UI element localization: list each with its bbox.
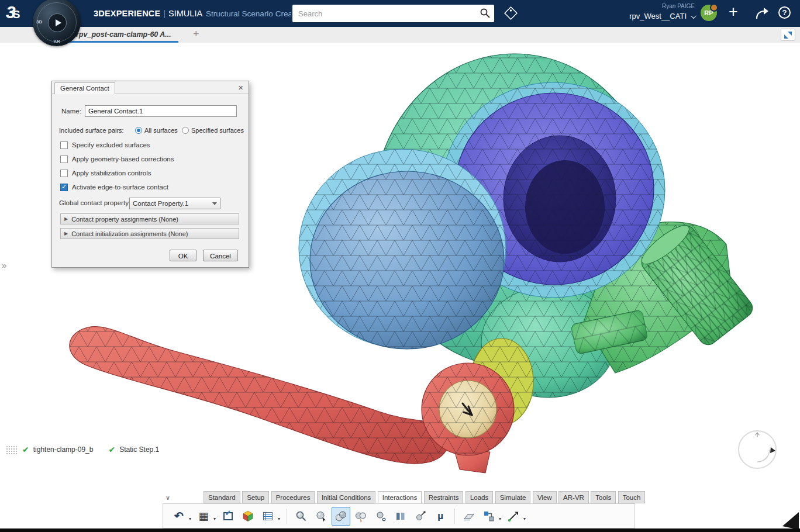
status-item-step[interactable]: Static Step.1 [119, 445, 159, 454]
dialog-titlebar[interactable]: General Contact × [52, 81, 249, 94]
transform-arrow-button[interactable] [504, 507, 523, 526]
view-compass[interactable] [738, 430, 777, 469]
panel-expander-icon[interactable]: » [2, 260, 6, 270]
new-tab-button[interactable]: + [193, 28, 199, 40]
tab-simulate[interactable]: Simulate [495, 491, 531, 503]
user-menu[interactable]: Ryan PAIGE rpv_West__CATI [629, 3, 695, 20]
tab-view[interactable]: View [533, 491, 557, 503]
model-check-button[interactable]: ✓ [219, 507, 237, 526]
expander-arrow-icon: ▶ [64, 216, 68, 222]
document-tab[interactable]: rpv_post-cam-clamp-60 A... [69, 27, 178, 43]
tab-procedures[interactable]: Procedures [271, 491, 315, 503]
add-content-button[interactable]: + [729, 3, 738, 21]
section-plane-button[interactable] [460, 507, 478, 526]
general-contact-dialog: General Contact × Name: Included surface… [51, 81, 249, 268]
contact-property-assignments-expander[interactable]: ▶ Contact property assignments (None) [60, 213, 239, 224]
radio-all-label: All surfaces [144, 127, 178, 134]
brand-3dexperience: 3DEXPERIENCE [94, 9, 160, 18]
user-name: Ryan PAIGE [629, 3, 695, 9]
split-panels-icon [394, 510, 407, 523]
table-icon [261, 510, 274, 523]
compass-vr-label: V.R [53, 39, 60, 43]
tab-setup[interactable]: Setup [242, 491, 269, 503]
tab-touch[interactable]: Touch [618, 491, 646, 503]
checkbox-label-2: Apply stabilization controls [72, 170, 151, 177]
friction-button[interactable]: µ [431, 507, 450, 526]
magnifier-sphere-icon [295, 510, 308, 523]
contact-spheres-icon [335, 510, 347, 523]
dialog-checkbox-1[interactable] [60, 156, 68, 163]
zoom-select-button[interactable] [292, 507, 311, 526]
scenario-status-row: ✔ tighten-clamp-09_b ✔ Static Step.1 [6, 445, 159, 454]
global-search [292, 5, 494, 22]
3d-viewport[interactable]: » General Contact × Name: Included surfa… [0, 43, 800, 489]
contact-pair-button[interactable] [351, 507, 370, 526]
expander-2-label: Contact initialization assignments (None… [71, 230, 188, 237]
combo-caret-icon [212, 202, 217, 205]
3ds-logo-icon[interactable]: 3S [6, 2, 20, 22]
toolbar-separator [454, 509, 455, 524]
scenario-table-button[interactable] [258, 507, 277, 526]
dropdown-caret-icon[interactable]: ▾ [189, 516, 191, 521]
search-icon[interactable] [480, 8, 491, 21]
bottom-edge-bar [0, 528, 800, 532]
tab-ar-vr[interactable]: AR-VR [558, 491, 589, 503]
collapse-window-button[interactable] [781, 29, 795, 41]
help-icon[interactable]: ? [778, 6, 791, 19]
brand-context: Structural Scenario Crea... [206, 9, 291, 18]
dialog-checkbox-2[interactable] [60, 170, 68, 177]
contact-initialization-assignments-expander[interactable]: ▶ Contact initialization assignments (No… [60, 228, 239, 239]
tab-interactions[interactable]: Interactions [378, 491, 422, 503]
radio-all-surfaces[interactable] [135, 127, 142, 134]
mu-icon: µ [437, 511, 443, 521]
select-sphere-button[interactable] [312, 507, 330, 526]
name-input[interactable] [85, 105, 237, 117]
expander-1-label: Contact property assignments (None) [71, 216, 178, 223]
dropdown-caret-icon[interactable]: ▾ [523, 516, 526, 521]
dialog-checkbox-0[interactable] [60, 141, 68, 149]
dropdown-caret-icon[interactable]: ▾ [499, 516, 501, 521]
logo-s: S [13, 8, 20, 20]
material-cube-button[interactable] [239, 507, 257, 526]
contact-property-select[interactable]: Contact Property.1 [129, 198, 220, 209]
radio-specified-surfaces[interactable] [182, 127, 189, 134]
tab-restraints[interactable]: Restraints [424, 491, 464, 503]
connections-button[interactable] [480, 507, 498, 526]
cancel-button[interactable]: Cancel [203, 250, 238, 261]
general-contact-button[interactable] [332, 507, 350, 526]
dropdown-caret-icon[interactable]: ▾ [278, 516, 280, 521]
avatar[interactable]: RP [701, 5, 717, 21]
point-mass-button[interactable] [371, 507, 390, 526]
probe-button[interactable] [411, 507, 430, 526]
play-icon[interactable] [48, 13, 67, 32]
brand-separator: | [163, 9, 165, 18]
tab-standard[interactable]: Standard [204, 491, 240, 503]
tab-tools[interactable]: Tools [591, 491, 616, 503]
panels-button[interactable] [391, 507, 410, 526]
actionbar-overflow-chevron[interactable]: ∨ [165, 494, 170, 502]
application-window: 3S 3DEXPERIENCE|SIMULIAStructural Scenar… [0, 0, 800, 532]
dropdown-caret-icon[interactable]: ▾ [213, 516, 216, 521]
radio-specified-label: Specified surfaces [191, 127, 244, 134]
share-icon[interactable] [754, 6, 770, 23]
probe-sphere-icon [414, 510, 427, 523]
top-bar: 3S 3DEXPERIENCE|SIMULIAStructural Scenar… [0, 0, 800, 27]
undo-button[interactable]: ↶ [170, 507, 188, 526]
tab-loads[interactable]: Loads [465, 491, 493, 503]
status-item-model[interactable]: tighten-clamp-09_b [33, 445, 94, 454]
document-tab-label: rpv_post-cam-clamp-60 A... [76, 30, 171, 39]
name-label: Name: [61, 108, 81, 115]
drag-dots-icon[interactable] [6, 445, 17, 454]
user-org: rpv_West__CATI [629, 12, 687, 20]
3d-compass-widget[interactable]: 3D V.R [33, 0, 81, 46]
mesh-display-button[interactable]: ▦ [194, 507, 213, 526]
close-icon[interactable]: × [238, 82, 243, 92]
tab-initial-conditions[interactable]: Initial Conditions [317, 491, 375, 503]
dialog-checkbox-3[interactable] [60, 184, 68, 191]
chevron-down-icon [691, 13, 696, 19]
search-input[interactable] [292, 5, 494, 22]
tag-icon[interactable] [503, 5, 519, 23]
ok-button[interactable]: OK [170, 250, 196, 261]
section-plane-icon [463, 510, 475, 523]
dialog-title: General Contact [54, 82, 115, 94]
